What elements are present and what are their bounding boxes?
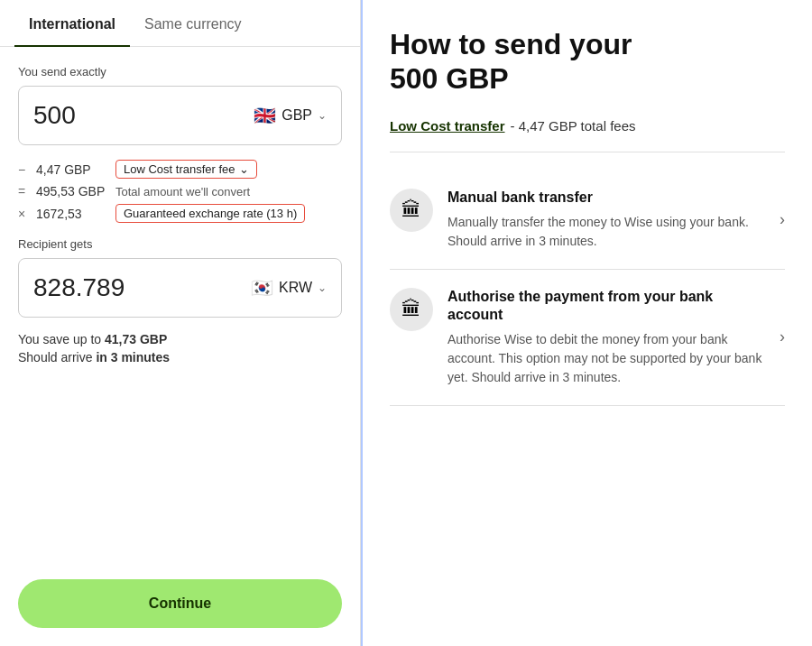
tab-international[interactable]: International — [14, 0, 130, 47]
title-line1: How to send your — [390, 28, 632, 60]
send-currency-code: GBP — [281, 107, 312, 124]
currency-chevron: ⌄ — [318, 109, 327, 122]
savings-section: You save up to 41,73 GBP Should arrive i… — [18, 332, 342, 365]
savings-amount: 41,73 GBP — [105, 332, 167, 346]
rate-op: × — [18, 207, 29, 221]
transfer-fees: - 4,47 GBP total fees — [511, 118, 636, 134]
page-title: How to send your 500 GBP — [390, 27, 785, 97]
fee-op: − — [18, 162, 29, 177]
recipient-amount-box[interactable]: 828.789 🇰🇷 KRW ⌄ — [18, 258, 342, 318]
send-amount-box[interactable]: 500 🇬🇧 GBP ⌄ — [18, 86, 342, 145]
tab-same-currency[interactable]: Same currency — [130, 0, 256, 47]
savings-prefix: You save up to — [18, 332, 105, 346]
convert-row: = 495,53 GBP Total amount we'll convert — [18, 184, 342, 198]
fee-row: − 4,47 GBP Low Cost transfer fee ⌄ — [18, 160, 342, 179]
recipient-amount: 828.789 — [33, 273, 125, 302]
send-amount: 500 — [33, 101, 76, 130]
authorise-arrow: › — [780, 328, 785, 346]
arrive-prefix: Should arrive — [18, 350, 96, 365]
right-panel: How to send your 500 GBP Low Cost transf… — [361, 0, 812, 646]
fee-badge[interactable]: Low Cost transfer fee ⌄ — [115, 160, 257, 179]
rate-value: 1672,53 — [36, 207, 108, 221]
rate-badge[interactable]: Guaranteed exchange rate (13 h) — [115, 204, 305, 223]
left-panel: International Same currency You send exa… — [0, 0, 361, 646]
convert-amount: 495,53 GBP — [36, 184, 108, 198]
method-authorise[interactable]: 🏛 Authorise the payment from your bank a… — [390, 270, 785, 407]
convert-label: Total amount we'll convert — [115, 185, 250, 198]
authorise-desc: Authorise Wise to debit the money from y… — [448, 330, 765, 387]
fee-badge-chevron: ⌄ — [239, 162, 249, 176]
title-line2: 500 GBP — [390, 62, 509, 95]
arrive-text: Should arrive in 3 minutes — [18, 350, 342, 365]
krw-flag: 🇰🇷 — [251, 277, 273, 299]
manual-bank-desc: Manually transfer the money to Wise usin… — [448, 213, 765, 251]
tab-bar: International Same currency — [0, 0, 360, 47]
authorise-icon: 🏛 — [390, 288, 433, 331]
recipient-label: Recipient gets — [18, 237, 342, 251]
left-content: You send exactly 500 🇬🇧 GBP ⌄ − 4,47 GBP… — [0, 47, 360, 561]
manual-bank-arrow: › — [780, 210, 785, 229]
send-label: You send exactly — [18, 65, 342, 78]
send-currency-selector[interactable]: 🇬🇧 GBP ⌄ — [254, 105, 327, 126]
continue-button[interactable]: Continue — [18, 579, 342, 628]
rate-row: × 1672,53 Guaranteed exchange rate (13 h… — [18, 204, 342, 223]
fee-amount: 4,47 GBP — [36, 162, 108, 177]
arrive-bold: in 3 minutes — [96, 350, 170, 365]
app-container: International Same currency You send exa… — [0, 0, 812, 646]
manual-bank-title: Manual bank transfer — [448, 189, 765, 208]
savings-text: You save up to 41,73 GBP — [18, 332, 342, 346]
convert-op: = — [18, 184, 29, 198]
gbp-flag: 🇬🇧 — [254, 105, 276, 126]
authorise-title: Authorise the payment from your bank acc… — [448, 288, 765, 326]
recipient-currency-selector[interactable]: 🇰🇷 KRW ⌄ — [251, 277, 327, 299]
transfer-summary: Low Cost transfer - 4,47 GBP total fees — [390, 118, 785, 152]
recipient-chevron: ⌄ — [318, 281, 327, 294]
recipient-currency-code: KRW — [279, 280, 312, 296]
fee-badge-label: Low Cost transfer fee — [124, 162, 235, 176]
manual-bank-icon: 🏛 — [390, 189, 433, 232]
method-manual-content: Manual bank transfer Manually transfer t… — [448, 189, 765, 251]
transfer-link[interactable]: Low Cost transfer — [390, 118, 505, 134]
method-manual-bank[interactable]: 🏛 Manual bank transfer Manually transfer… — [390, 171, 785, 270]
method-authorise-content: Authorise the payment from your bank acc… — [448, 288, 765, 388]
